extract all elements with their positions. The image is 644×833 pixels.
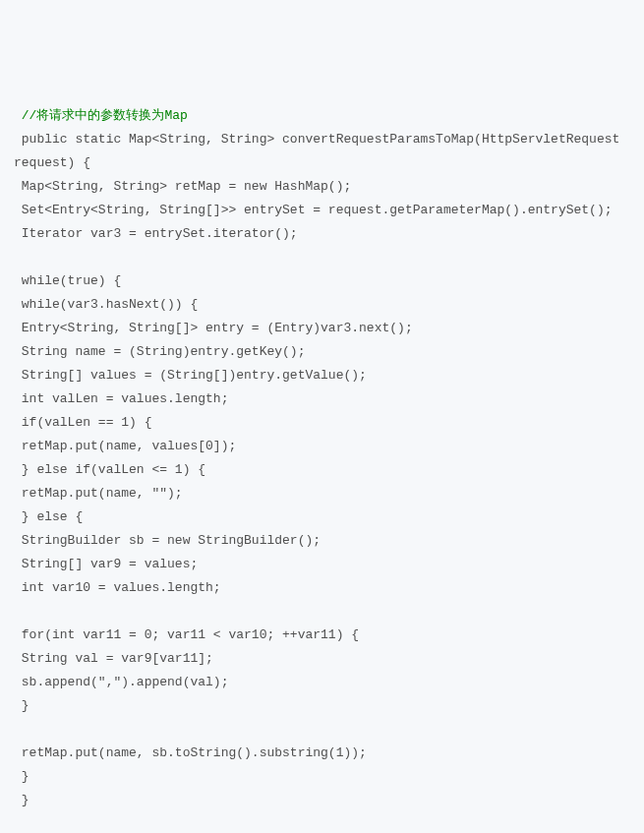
code-line — [14, 246, 630, 269]
code-line: sb.append(",").append(val); — [14, 671, 630, 694]
code-line: for(int var11 = 0; var11 < var10; ++var1… — [14, 624, 630, 647]
code-line: } else { — [14, 506, 630, 529]
code-line: String val = var9[var11]; — [14, 647, 630, 671]
code-line: } else if(valLen <= 1) { — [14, 458, 630, 482]
code-line: StringBuilder sb = new StringBuilder(); — [14, 529, 630, 553]
code-line: String[] values = (String[])entry.getVal… — [14, 364, 630, 387]
code-line: } — [14, 765, 630, 789]
code-line: if(valLen == 1) { — [14, 411, 630, 435]
code-line — [14, 812, 630, 833]
code-line — [14, 718, 630, 742]
code-line: String name = (String)entry.getKey(); — [14, 340, 630, 364]
code-line: retMap.put(name, ""); — [14, 482, 630, 506]
code-line: Entry<String, String[]> entry = (Entry)v… — [14, 317, 630, 340]
code-line: while(true) { — [14, 269, 630, 293]
code-line: retMap.put(name, sb.toString().substring… — [14, 742, 630, 765]
code-line — [14, 600, 630, 624]
code-line: while(var3.hasNext()) { — [14, 293, 630, 317]
code-line: int valLen = values.length; — [14, 387, 630, 411]
code-line: Map<String, String> retMap = new HashMap… — [14, 175, 630, 199]
code-line: Set<Entry<String, String[]>> entrySet = … — [14, 199, 630, 222]
code-line: Iterator var3 = entrySet.iterator(); — [14, 222, 630, 246]
code-block: //将请求中的参数转换为Map public static Map<String… — [14, 104, 630, 833]
code-line: } — [14, 789, 630, 812]
code-line: retMap.put(name, values[0]); — [14, 435, 630, 458]
code-line: String[] var9 = values; — [14, 553, 630, 576]
code-line: } — [14, 694, 630, 718]
code-line: public static Map<String, String> conver… — [14, 128, 630, 175]
code-line: int var10 = values.length; — [14, 576, 630, 600]
code-line: //将请求中的参数转换为Map — [14, 104, 630, 128]
